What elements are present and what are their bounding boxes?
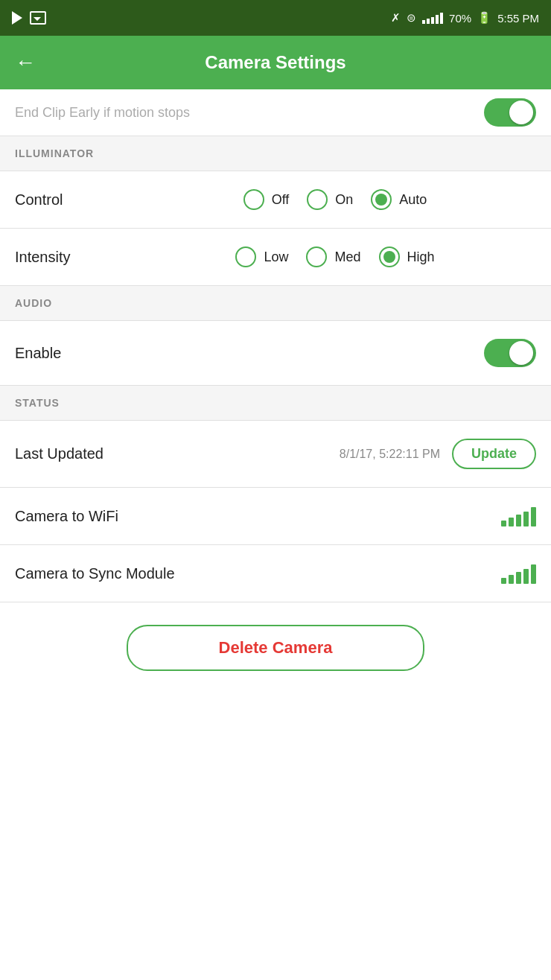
play-icon xyxy=(12,11,22,25)
bar-5 xyxy=(531,507,536,526)
status-bar-left xyxy=(12,11,46,25)
enable-toggle[interactable] xyxy=(484,339,536,367)
time: 5:55 PM xyxy=(497,12,539,25)
control-on-option[interactable]: On xyxy=(307,189,353,210)
control-off-label: Off xyxy=(272,192,290,208)
intensity-high-radio[interactable] xyxy=(379,246,400,267)
status-bar-right: ✗ ⊜ 70% 🔋 5:55 PM xyxy=(391,11,539,25)
bar-3 xyxy=(516,515,521,526)
intensity-low-radio[interactable] xyxy=(235,246,256,267)
camera-sync-signal xyxy=(501,563,536,584)
control-label: Control xyxy=(15,191,134,209)
control-auto-radio[interactable] xyxy=(371,189,392,210)
enable-row: Enable xyxy=(0,321,551,386)
control-on-label: On xyxy=(335,192,353,208)
end-clip-label: End Clip Early if motion stops xyxy=(15,105,190,121)
illuminator-label: ILLUMINATOR xyxy=(15,147,94,159)
last-updated-timestamp: 8/1/17, 5:22:11 PM xyxy=(340,448,440,461)
camera-sync-row: Camera to Sync Module xyxy=(0,545,551,602)
intensity-med-option[interactable]: Med xyxy=(306,246,360,267)
control-on-radio[interactable] xyxy=(307,189,328,210)
bar-1 xyxy=(501,521,506,526)
status-bar: ✗ ⊜ 70% 🔋 5:55 PM xyxy=(0,0,551,36)
intensity-low-label: Low xyxy=(264,249,288,265)
enable-label: Enable xyxy=(15,345,134,362)
enable-toggle-knob xyxy=(509,341,533,365)
intensity-high-option[interactable]: High xyxy=(379,246,435,267)
status-label: STATUS xyxy=(15,397,60,409)
audio-section-header: AUDIO xyxy=(0,286,551,321)
status-section-header: STATUS xyxy=(0,386,551,421)
battery-icon: 🔋 xyxy=(477,11,491,25)
wifi-icon: ⊜ xyxy=(407,11,416,25)
sync-bar-4 xyxy=(523,569,529,584)
control-auto-option[interactable]: Auto xyxy=(371,189,427,210)
bar-2 xyxy=(509,518,514,526)
sync-bar-2 xyxy=(509,575,514,584)
camera-wifi-label: Camera to WiFi xyxy=(15,508,118,525)
control-off-option[interactable]: Off xyxy=(243,189,290,210)
sync-bar-3 xyxy=(516,572,521,584)
camera-wifi-row: Camera to WiFi xyxy=(0,488,551,545)
intensity-low-option[interactable]: Low xyxy=(235,246,288,267)
intensity-high-label: High xyxy=(407,249,435,265)
intensity-med-radio[interactable] xyxy=(306,246,327,267)
control-auto-label: Auto xyxy=(399,192,427,208)
control-off-radio[interactable] xyxy=(243,189,264,210)
intensity-radio-group: Low Med High xyxy=(134,246,536,267)
intensity-label: Intensity xyxy=(15,249,134,266)
illuminator-section-header: ILLUMINATOR xyxy=(0,136,551,171)
camera-wifi-signal xyxy=(501,506,536,526)
battery-level: 70% xyxy=(449,12,471,25)
intensity-row: Intensity Low Med High xyxy=(0,229,551,286)
camera-sync-label: Camera to Sync Module xyxy=(15,565,175,582)
audio-label: AUDIO xyxy=(15,297,52,309)
delete-camera-button[interactable]: Delete Camera xyxy=(127,625,424,671)
control-row: Control Off On Auto xyxy=(0,171,551,229)
bluetooth-icon: ✗ xyxy=(391,11,401,25)
delete-section: Delete Camera xyxy=(0,602,551,693)
control-radio-group: Off On Auto xyxy=(134,189,536,210)
page-title: Camera Settings xyxy=(48,52,503,73)
toggle-knob xyxy=(509,101,533,124)
last-updated-row: Last Updated 8/1/17, 5:22:11 PM Update xyxy=(0,421,551,488)
back-button[interactable]: ← xyxy=(15,51,36,74)
end-clip-row: End Clip Early if motion stops xyxy=(0,89,551,136)
intensity-med-label: Med xyxy=(334,249,360,265)
last-updated-right: 8/1/17, 5:22:11 PM Update xyxy=(340,439,536,469)
bar-4 xyxy=(523,512,529,526)
image-icon xyxy=(30,11,46,25)
last-updated-label: Last Updated xyxy=(15,445,103,462)
update-button[interactable]: Update xyxy=(452,439,536,469)
sync-bar-1 xyxy=(501,578,506,584)
app-bar: ← Camera Settings xyxy=(0,36,551,89)
signal-bars xyxy=(422,12,443,24)
sync-bar-5 xyxy=(531,564,536,584)
end-clip-toggle[interactable] xyxy=(484,98,536,127)
